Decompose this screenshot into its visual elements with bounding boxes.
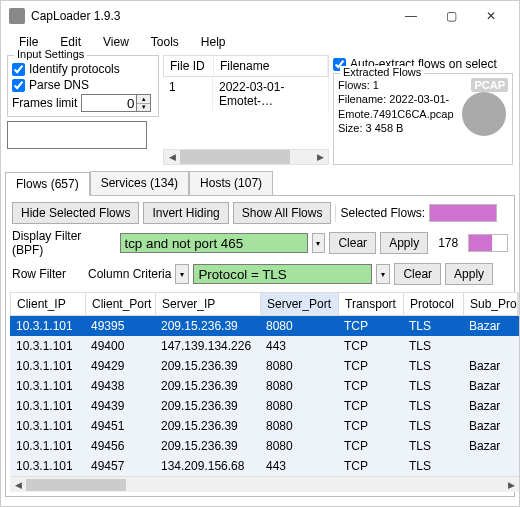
window-title: CapLoader 1.9.3 — [31, 9, 391, 23]
cell: Bazar — [463, 356, 517, 376]
cell: 49438 — [85, 376, 155, 396]
tab-1[interactable]: Services (134) — [90, 171, 189, 195]
rowfilter-apply-button[interactable]: Apply — [445, 263, 493, 285]
cell: 209.15.236.39 — [155, 416, 260, 436]
cell: TLS — [403, 376, 463, 396]
cell: 49429 — [85, 356, 155, 376]
table-row[interactable]: 10.3.1.10149451209.15.236.398080TCPTLSBa… — [10, 416, 519, 436]
cell: TLS — [403, 396, 463, 416]
frames-limit-input[interactable] — [81, 94, 137, 112]
close-button[interactable]: ✕ — [471, 9, 511, 23]
cell: 49395 — [85, 316, 155, 336]
identify-protocols-input[interactable] — [12, 63, 25, 76]
tab-2[interactable]: Hosts (107) — [189, 171, 273, 195]
cell: TLS — [403, 456, 463, 476]
scroll-left-icon[interactable]: ◀ — [164, 152, 180, 162]
cell: TLS — [403, 436, 463, 456]
maximize-button[interactable]: ▢ — [431, 9, 471, 23]
bpf-dropdown[interactable]: ▾ — [312, 233, 326, 253]
filelist-col-filename[interactable]: Filename — [214, 56, 328, 76]
cell: Bazar — [463, 436, 517, 456]
cell: 10.3.1.101 — [10, 356, 85, 376]
grid-col-protocol[interactable]: Protocol — [404, 293, 464, 315]
invert-hiding-button[interactable]: Invert Hiding — [143, 202, 228, 224]
filelist-cell-name: 2022-03-01-Emotet-… — [213, 77, 329, 111]
table-row[interactable]: 10.3.1.10149395209.15.236.398080TCPTLSBa… — [10, 316, 519, 336]
grid-col-client_port[interactable]: Client_Port — [86, 293, 156, 315]
cell: TLS — [403, 356, 463, 376]
cell — [463, 456, 517, 476]
pcap-drop-target[interactable]: PCAP — [456, 78, 508, 138]
pcap-badge: PCAP — [471, 78, 508, 92]
rowfilter-clear-button[interactable]: Clear — [394, 263, 441, 285]
table-row[interactable]: 10.3.1.10149429209.15.236.398080TCPTLSBa… — [10, 356, 519, 376]
cell: 443 — [260, 336, 338, 356]
cell: 443 — [260, 456, 338, 476]
grid-col-server_ip[interactable]: Server_IP — [156, 293, 261, 315]
menu-help[interactable]: Help — [193, 33, 240, 51]
frames-limit-spinner[interactable]: ▲▼ — [137, 94, 151, 112]
cell: 209.15.236.39 — [155, 316, 260, 336]
rowfilter-label: Row Filter — [12, 267, 66, 281]
cell: TCP — [338, 436, 403, 456]
cell: 209.15.236.39 — [155, 436, 260, 456]
cell: TLS — [403, 416, 463, 436]
cell: 10.3.1.101 — [10, 416, 85, 436]
cell: Bazar — [463, 396, 517, 416]
cell: TCP — [338, 316, 403, 336]
grid-col-server_port[interactable]: Server_Port — [261, 293, 339, 315]
cell: 8080 — [260, 416, 338, 436]
table-row[interactable]: 10.3.1.10149400147.139.134.226443TCPTLS — [10, 336, 519, 356]
cell: 134.209.156.68 — [155, 456, 260, 476]
filelist-row[interactable]: 1 2022-03-01-Emotet-… — [163, 77, 329, 111]
parse-dns-input[interactable] — [12, 79, 25, 92]
identify-protocols-label: Identify protocols — [29, 62, 120, 76]
rowfilter-dropdown[interactable]: ▾ — [376, 264, 390, 284]
cell: TCP — [338, 336, 403, 356]
menu-tools[interactable]: Tools — [143, 33, 193, 51]
cell: 49457 — [85, 456, 155, 476]
input-settings-legend: Input Settings — [14, 48, 87, 60]
grid-col-sub_prot[interactable]: Sub_Prot — [464, 293, 518, 315]
app-icon — [9, 8, 25, 24]
cell: Bazar — [463, 376, 517, 396]
table-row[interactable]: 10.3.1.10149438209.15.236.398080TCPTLSBa… — [10, 376, 519, 396]
grid-col-client_ip[interactable]: Client_IP — [11, 293, 86, 315]
drop-area[interactable] — [7, 121, 147, 149]
selected-flows-progress — [429, 204, 497, 222]
parse-dns-checkbox[interactable]: Parse DNS — [12, 78, 154, 92]
table-row[interactable]: 10.3.1.10149439209.15.236.398080TCPTLSBa… — [10, 396, 519, 416]
grid-scroll-thumb[interactable] — [26, 479, 126, 491]
tab-0[interactable]: Flows (657) — [5, 172, 90, 196]
filelist-col-id[interactable]: File ID — [164, 56, 214, 76]
table-row[interactable]: 10.3.1.10149457134.209.156.68443TCPTLS — [10, 456, 519, 476]
cell: 8080 — [260, 396, 338, 416]
cell: TCP — [338, 376, 403, 396]
bpf-clear-button[interactable]: Clear — [329, 232, 376, 254]
criteria-dropdown[interactable]: ▾ — [175, 264, 189, 284]
cell: 8080 — [260, 436, 338, 456]
rowfilter-input[interactable] — [193, 264, 372, 284]
show-all-button[interactable]: Show All Flows — [233, 202, 332, 224]
cell: 49451 — [85, 416, 155, 436]
bpf-apply-button[interactable]: Apply — [380, 232, 428, 254]
cell: Bazar — [463, 416, 517, 436]
cell: 49400 — [85, 336, 155, 356]
identify-protocols-checkbox[interactable]: Identify protocols — [12, 62, 154, 76]
table-row[interactable]: 10.3.1.10149456209.15.236.398080TCPTLSBa… — [10, 436, 519, 456]
grid-col-transport[interactable]: Transport — [339, 293, 404, 315]
minimize-button[interactable]: — — [391, 9, 431, 23]
grid-scroll-left-icon[interactable]: ◀ — [10, 480, 26, 490]
scroll-thumb[interactable] — [180, 150, 290, 164]
column-criteria-label: Column Criteria — [88, 267, 171, 281]
filelist-hscroll[interactable]: ◀ ▶ — [163, 149, 329, 165]
cell: 8080 — [260, 316, 338, 336]
frames-limit-label: Frames limit — [12, 96, 77, 110]
cell — [463, 336, 517, 356]
menu-view[interactable]: View — [95, 33, 143, 51]
scroll-right-icon[interactable]: ▶ — [312, 152, 328, 162]
grid-hscroll[interactable]: ◀ ▶ — [10, 476, 519, 492]
grid-scroll-right-icon[interactable]: ▶ — [503, 480, 519, 490]
hide-selected-button[interactable]: Hide Selected Flows — [12, 202, 139, 224]
bpf-input[interactable] — [120, 233, 308, 253]
